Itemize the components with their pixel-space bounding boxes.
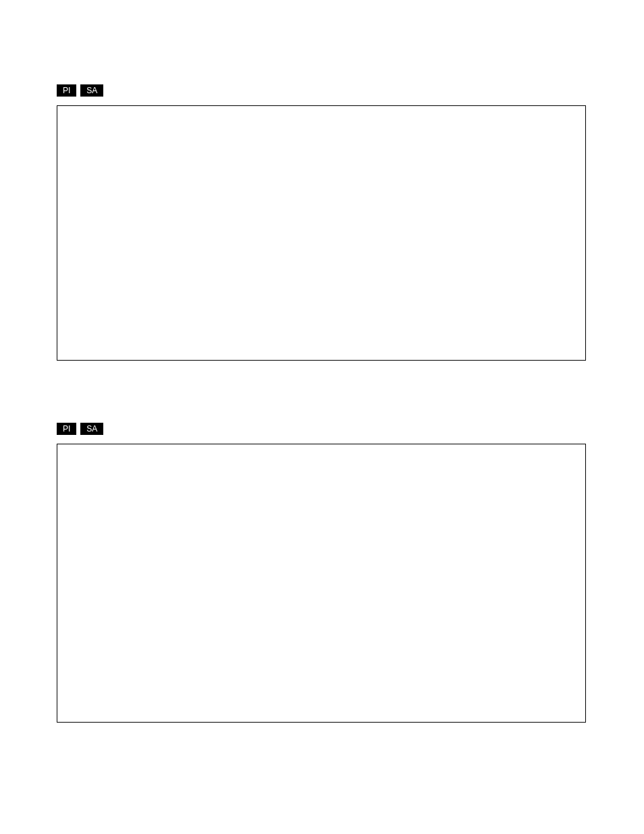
input-box-2 [57, 444, 586, 723]
tag-pi: PI [57, 423, 76, 435]
tag-pi: PI [57, 84, 76, 97]
input-box-1 [57, 105, 586, 361]
page-content: PI SA PI SA [57, 84, 586, 785]
tag-row-2: PI SA [57, 423, 586, 435]
form-section-1: PI SA [57, 84, 586, 361]
tag-sa: SA [80, 84, 103, 97]
tag-sa: SA [80, 423, 103, 435]
form-section-2: PI SA [57, 423, 586, 723]
tag-row-1: PI SA [57, 84, 586, 97]
